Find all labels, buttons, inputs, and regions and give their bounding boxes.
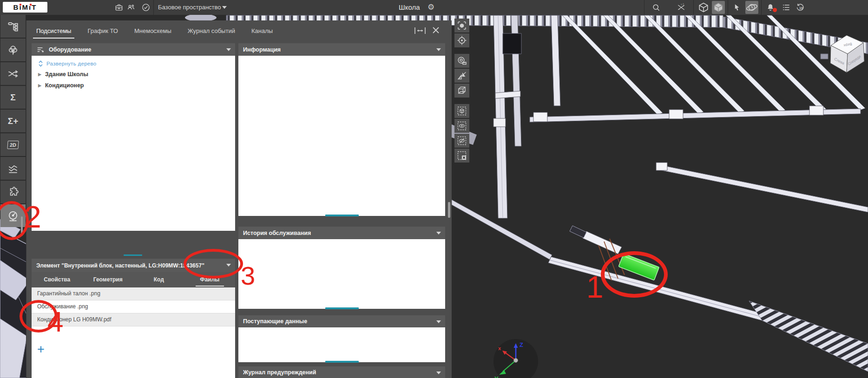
- sigma-plus-glyph: Σ+: [8, 116, 19, 126]
- zoom-to-fit-button[interactable]: [454, 19, 469, 33]
- information-title: Информация: [243, 46, 281, 53]
- cube-shaded-icon[interactable]: [712, 1, 725, 14]
- 2d-glyph: 2D: [7, 141, 19, 149]
- viewport-toolbar: [454, 19, 470, 163]
- element-title: Элемент "Внутренний блок, настенный, LG:…: [36, 262, 204, 269]
- splitter-handle[interactable]: [325, 215, 359, 216]
- orbit-icon[interactable]: [745, 1, 758, 14]
- bimit-app: BıMıT Базовое пространство Школа ⚙ 12: [0, 0, 868, 378]
- briefcase-icon[interactable]: [114, 3, 124, 12]
- chevron-down-icon[interactable]: [436, 371, 441, 374]
- measure-tape-button[interactable]: [454, 54, 469, 68]
- service-history-header[interactable]: История обслуживания: [238, 227, 445, 239]
- splitter-handle[interactable]: [325, 361, 359, 363]
- annotation-circle-3: [184, 249, 243, 279]
- splitter-handle[interactable]: [124, 254, 142, 256]
- logo-red-dot: [20, 4, 21, 6]
- expand-arrow-icon[interactable]: ▶: [38, 72, 41, 77]
- sidebar-item-subsystems-tree[interactable]: [0, 15, 26, 38]
- section-box-button[interactable]: [454, 84, 469, 98]
- axis-x-label: x: [498, 345, 501, 351]
- axis-z-label: Z: [519, 341, 523, 348]
- hide-object-button[interactable]: [454, 134, 469, 148]
- sidebar-item-trends[interactable]: [0, 157, 26, 180]
- measure-disabled-icon[interactable]: 12: [677, 3, 686, 12]
- file-row[interactable]: Гарантийный талон .png: [32, 287, 235, 300]
- fit-width-icon[interactable]: [414, 26, 426, 35]
- clear-selection-button[interactable]: [454, 149, 469, 163]
- settings-gear-icon[interactable]: ⚙: [427, 2, 434, 13]
- workspace-selector[interactable]: Базовое пространство: [158, 0, 221, 15]
- show-object-button[interactable]: [454, 119, 469, 133]
- select-cursor-icon[interactable]: [732, 3, 742, 12]
- service-history-title: История обслуживания: [243, 230, 311, 236]
- tab-mnemonics[interactable]: Мнемосхемы: [134, 27, 171, 34]
- information-body: [238, 56, 445, 216]
- sort-icon[interactable]: [36, 46, 45, 53]
- tab-properties[interactable]: Свойства: [32, 272, 83, 287]
- history-count: 10: [799, 7, 803, 10]
- project-title: Школа: [399, 0, 420, 15]
- logo-red-dot: [30, 4, 32, 6]
- tab-event-log[interactable]: Журнал событий: [188, 27, 235, 34]
- tab-subsystems[interactable]: Подсистемы: [36, 27, 71, 34]
- chevron-down-icon[interactable]: [222, 6, 227, 9]
- annotation-circle-1: [601, 251, 668, 298]
- info-column: Информация История обслуживания Поступаю…: [238, 43, 445, 378]
- sidebar-item-sum[interactable]: Σ: [0, 86, 26, 109]
- view-cube[interactable]: Верх Слева Спереди: [827, 29, 868, 73]
- left-toolbar: Σ Σ+ 2D: [0, 15, 26, 228]
- team-icon[interactable]: [126, 3, 136, 12]
- sigma-glyph: Σ: [10, 92, 15, 103]
- tab-geometry[interactable]: Геометрия: [83, 272, 134, 287]
- warnings-log-header[interactable]: Журнал предупреждений: [238, 366, 445, 378]
- bimit-logo[interactable]: BıMıT: [3, 2, 47, 13]
- tab-code[interactable]: Код: [133, 272, 184, 287]
- equipment-tree: Развернуть дерево ▶ Здание Школы ▶ Конди…: [32, 56, 235, 231]
- search-icon[interactable]: [651, 3, 661, 12]
- chevron-down-icon[interactable]: [436, 320, 441, 323]
- expand-arrow-icon[interactable]: ▶: [38, 83, 41, 88]
- cube-solid-icon[interactable]: [697, 1, 710, 14]
- section-plane-button[interactable]: [454, 69, 469, 83]
- chevron-down-icon[interactable]: [436, 48, 441, 51]
- incoming-data-header[interactable]: Поступающие данные: [238, 315, 445, 327]
- add-file-button[interactable]: +: [37, 343, 45, 356]
- incoming-data-body: [238, 327, 445, 362]
- separator: [693, 0, 694, 15]
- isolate-object-button[interactable]: [454, 104, 469, 118]
- separator: [153, 0, 154, 15]
- tab-maintenance-schedule[interactable]: График ТО: [87, 27, 118, 34]
- tab-channels[interactable]: Каналы: [251, 27, 273, 34]
- axis-gizmo[interactable]: Z x Y: [493, 339, 538, 378]
- sidebar-item-sum-add[interactable]: Σ+: [0, 110, 26, 132]
- annotation-number-3: 3: [241, 263, 255, 289]
- dock-panel: Подсистемы График ТО Мнемосхемы Журнал с…: [26, 20, 452, 378]
- focus-target-button[interactable]: [454, 33, 469, 47]
- scrollbar-thumb[interactable]: [448, 202, 450, 218]
- tree-item-building[interactable]: ▶ Здание Школы: [38, 71, 88, 78]
- annotation-number-1: 1: [586, 272, 604, 302]
- sidebar-item-view-2d[interactable]: 2D: [0, 133, 26, 156]
- incoming-data-title: Поступающие данные: [243, 318, 307, 325]
- information-header[interactable]: Информация: [238, 43, 445, 56]
- check-circle-icon[interactable]: [141, 3, 151, 12]
- sidebar-item-plugins[interactable]: [0, 181, 26, 203]
- warnings-log-title: Журнал предупреждений: [243, 369, 316, 376]
- expand-tree-label: Развернуть дерево: [46, 61, 97, 66]
- separator: [761, 0, 762, 15]
- splitter-handle[interactable]: [325, 307, 359, 309]
- equipment-title: Оборудование: [49, 46, 91, 53]
- menu-list-icon[interactable]: [782, 3, 791, 12]
- separator: [728, 0, 728, 15]
- tree-item-conditioner[interactable]: ▶ Кондиционер: [38, 82, 84, 89]
- separator: [644, 0, 644, 15]
- equipment-header[interactable]: Оборудование: [32, 43, 235, 56]
- close-panel-icon[interactable]: [432, 26, 440, 34]
- top-bar: BıMıT Базовое пространство Школа ⚙ 12: [0, 0, 868, 15]
- sidebar-item-links-shuffle[interactable]: [0, 62, 26, 85]
- sidebar-item-greenery[interactable]: [0, 39, 26, 61]
- chevron-down-icon[interactable]: [436, 232, 441, 235]
- chevron-down-icon[interactable]: [226, 48, 231, 51]
- expand-tree-link[interactable]: Развернуть дерево: [38, 60, 97, 67]
